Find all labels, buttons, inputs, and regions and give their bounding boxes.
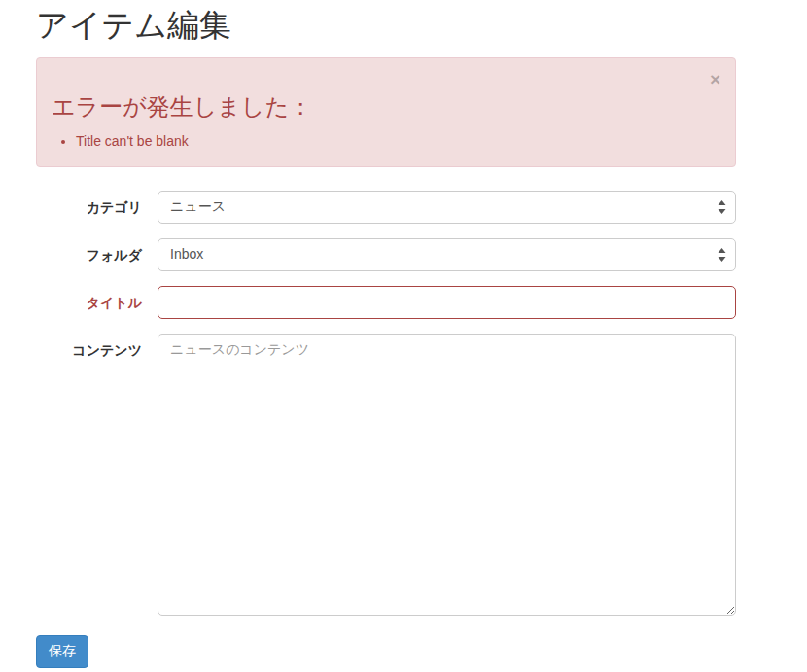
- folder-label: フォルダ: [36, 238, 142, 265]
- error-list-item: Title can't be blank: [76, 131, 720, 152]
- folder-select[interactable]: Inbox: [158, 238, 736, 271]
- page-title: アイテム編集: [36, 8, 736, 43]
- category-field-row: カテゴリ ニュース: [36, 191, 736, 224]
- folder-field-row: フォルダ Inbox: [36, 238, 736, 271]
- title-field-row: タイトル: [36, 286, 736, 319]
- content-field-row: コンテンツ: [36, 334, 736, 616]
- category-select[interactable]: ニュース: [158, 191, 736, 224]
- error-alert: × エラーが発生しました： Title can't be blank: [36, 57, 736, 167]
- title-label: タイトル: [36, 286, 142, 313]
- title-input[interactable]: [158, 286, 736, 319]
- error-list: Title can't be blank: [52, 131, 720, 152]
- error-alert-heading: エラーが発生しました：: [52, 92, 720, 122]
- close-icon[interactable]: ×: [710, 70, 720, 88]
- item-edit-page: アイテム編集 × エラーが発生しました： Title can't be blan…: [36, 8, 736, 668]
- content-textarea[interactable]: [158, 334, 736, 616]
- item-edit-form: カテゴリ ニュース フォルダ Inbox タイト: [36, 191, 736, 668]
- save-button[interactable]: 保存: [36, 635, 88, 668]
- content-label: コンテンツ: [36, 334, 142, 361]
- content-control: [158, 334, 736, 616]
- category-label: カテゴリ: [36, 191, 142, 218]
- folder-control: Inbox: [158, 238, 736, 271]
- title-control: [158, 286, 736, 319]
- category-control: ニュース: [158, 191, 736, 224]
